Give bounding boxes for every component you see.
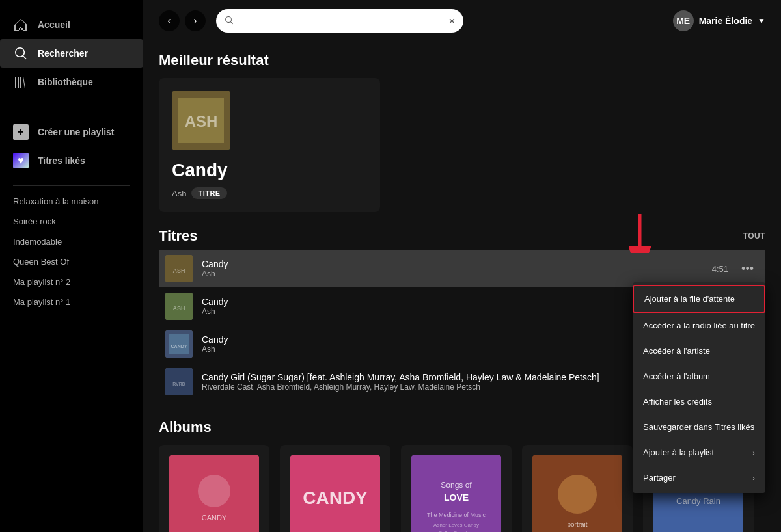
sidebar-item-titres-likes[interactable]: ♥ Titres likés (0, 146, 143, 175)
album-card-1[interactable]: CANDY Candy Various Artists (280, 445, 390, 532)
svg-text:The Medicine of Music: The Medicine of Music (427, 512, 486, 518)
context-menu-label-4: Afficher les crédits (643, 397, 712, 406)
playlist-item-0[interactable]: Relaxation à la maison (13, 191, 130, 211)
search-box: ash candy ✕ (216, 9, 463, 33)
main-content: ‹ › ash candy ✕ ME Marie Élodie ▼ Meille… (143, 0, 781, 532)
svg-text:Songs of: Songs of (441, 481, 472, 490)
titres-section: Titres TOUT ASH Candy Ash 4:51 ••• (159, 228, 765, 401)
context-menu-item-7[interactable]: Partager › (633, 465, 765, 490)
svg-point-15 (198, 475, 230, 507)
album-art-image: ASH (172, 91, 230, 150)
context-menu-item-1[interactable]: Accéder à la radio liée au titre (633, 313, 765, 338)
playlist-item-3[interactable]: Queen Best Of (13, 252, 130, 272)
svg-text:ASH: ASH (172, 267, 185, 274)
context-menu-label-2: Accéder à l'artiste (643, 346, 710, 356)
context-menu-item-3[interactable]: Accéder à l'album (633, 364, 765, 389)
sidebar-item-label-bibliotheque: Bibliothèque (38, 77, 93, 87)
svg-text:Asher Loves Candy: Asher Loves Candy (433, 522, 479, 528)
svg-text:ASH: ASH (172, 305, 185, 312)
search-icon (224, 15, 234, 27)
context-menu-item-6[interactable]: Ajouter à la playlist › (633, 440, 765, 465)
search-nav-icon (13, 46, 29, 61)
sidebar-nav: Accueil Rechercher Bibliothèque (0, 5, 143, 101)
track-thumb-3: RVRD (165, 368, 193, 395)
track-name-0: Candy (202, 259, 712, 269)
track-duration-0: 4:51 (712, 264, 728, 274)
svg-point-26 (558, 475, 597, 514)
svg-text:CANDY: CANDY (171, 344, 187, 349)
sidebar-item-bibliotheque[interactable]: Bibliothèque (0, 68, 143, 96)
album-card-2[interactable]: Songs of LOVE The Medicine of Music Ashe… (401, 445, 512, 532)
best-result-meta: Ash TITRE (172, 187, 367, 199)
search-input[interactable]: ash candy (216, 9, 463, 33)
context-menu-item-0[interactable]: Ajouter à la file d'attente (633, 285, 765, 313)
context-menu-item-4[interactable]: Afficher les crédits (633, 389, 765, 414)
context-menu-label-0: Ajouter à la file d'attente (644, 294, 735, 304)
heart-icon: ♥ (13, 153, 29, 168)
library-icon (13, 74, 29, 90)
track-artist-0: Ash (202, 269, 712, 278)
album-card-3[interactable]: portrait Candy Iggy Pop (522, 445, 633, 532)
svg-text:LOVE: LOVE (444, 492, 469, 503)
chevron-down-icon: ▼ (758, 16, 765, 25)
album-art-0: CANDY (169, 455, 259, 532)
context-menu-item-2[interactable]: Accéder à l'artiste (633, 338, 765, 364)
svg-text:RVRD: RVRD (172, 382, 185, 386)
submenu-chevron-6: › (752, 449, 755, 457)
home-icon (13, 17, 29, 33)
sidebar-item-label-accueil: Accueil (38, 20, 70, 30)
playlist-item-1[interactable]: Soirée rock (13, 211, 130, 232)
sidebar-item-accueil[interactable]: Accueil (0, 10, 143, 39)
playlist-item-5[interactable]: Ma playlist n° 1 (13, 292, 130, 312)
context-menu-label-3: Accéder à l'album (643, 371, 710, 381)
context-menu-label-6: Ajouter à la playlist (643, 447, 714, 457)
sidebar-actions: + Créer une playlist ♥ Titres likés (0, 113, 143, 180)
album-art-1: CANDY (290, 455, 380, 532)
album-art-2: Songs of LOVE The Medicine of Music Ashe… (411, 455, 501, 532)
context-menu-label-1: Accéder à la radio liée au titre (643, 321, 755, 330)
track-item-0[interactable]: ASH Candy Ash 4:51 ••• (159, 250, 765, 287)
svg-text:CANDY: CANDY (303, 488, 368, 508)
album-card-0[interactable]: CANDY Candy Various Artists (159, 445, 269, 532)
titre-badge: TITRE (191, 187, 226, 199)
best-result-song-name: Candy (172, 160, 367, 181)
sidebar-divider-1 (13, 107, 130, 107)
user-name: Marie Élodie (699, 16, 752, 26)
sidebar-divider-2 (13, 185, 130, 186)
playlist-item-4[interactable]: Ma playlist n° 2 (13, 272, 130, 292)
best-result-card[interactable]: ASH Candy Ash TITRE (159, 78, 380, 212)
tout-button[interactable]: TOUT (743, 232, 765, 241)
track-thumb-0: ASH (165, 255, 193, 282)
sidebar-item-rechercher[interactable]: Rechercher (0, 39, 143, 68)
sidebar-creer-playlist-label: Créer une playlist (38, 127, 115, 137)
album-art-3: portrait (532, 455, 622, 532)
context-menu-item-5[interactable]: Sauvegarder dans Titres likés (633, 414, 765, 440)
best-result-title: Meilleur résultat (159, 52, 765, 69)
context-menu: Ajouter à la file d'attente Accéder à la… (633, 282, 765, 493)
user-area[interactable]: ME Marie Élodie ▼ (673, 10, 765, 31)
svg-text:CANDY: CANDY (202, 514, 227, 522)
playlist-item-2[interactable]: Indémodable (13, 232, 130, 252)
svg-text:ASH: ASH (185, 113, 218, 130)
sidebar-item-creer-playlist[interactable]: + Créer une playlist (0, 118, 143, 146)
best-result-artist: Ash (172, 189, 186, 198)
context-menu-label-5: Sauvegarder dans Titres likés (643, 422, 754, 432)
sidebar: Accueil Rechercher Bibliothèque + Créer … (0, 0, 143, 532)
topbar: ‹ › ash candy ✕ ME Marie Élodie ▼ (143, 0, 781, 42)
track-thumb-1: ASH (165, 293, 193, 320)
titres-header: Titres TOUT (159, 228, 765, 245)
titres-section-title: Titres (159, 228, 198, 245)
scroll-area: Meilleur résultat ASH Candy Ash TITRE (143, 42, 781, 532)
plus-icon: + (13, 124, 29, 140)
forward-button[interactable]: › (185, 10, 206, 31)
best-result-album-art: ASH (172, 91, 230, 150)
track-info-0: Candy Ash (202, 259, 712, 278)
avatar: ME (673, 10, 694, 31)
sidebar-titres-likes-label: Titres likés (38, 155, 85, 166)
sidebar-item-label-rechercher: Rechercher (38, 48, 88, 59)
back-button[interactable]: ‹ (159, 10, 180, 31)
svg-text:portrait: portrait (567, 521, 587, 528)
sidebar-playlists: Relaxation à la maison Soirée rock Indém… (0, 191, 143, 527)
track-more-button-0[interactable]: ••• (736, 259, 759, 278)
search-clear-icon[interactable]: ✕ (448, 16, 456, 26)
